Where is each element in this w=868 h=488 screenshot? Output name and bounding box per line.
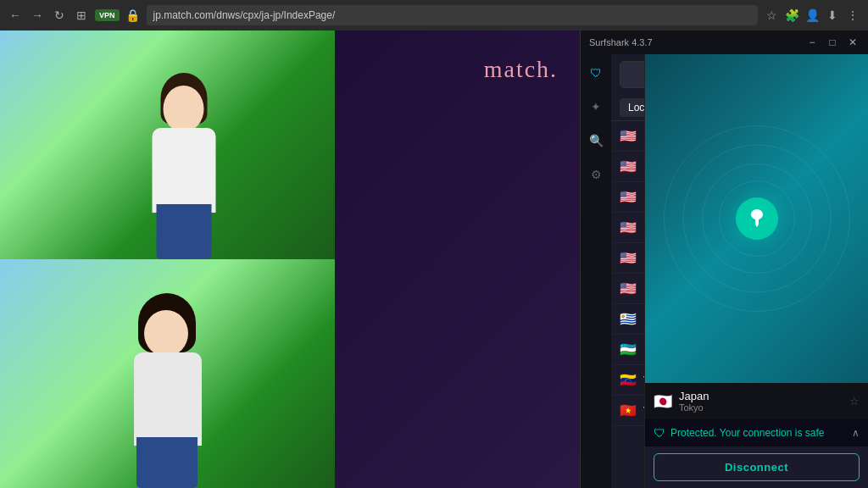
sidebar-sparkle-icon[interactable]: ✦ bbox=[586, 97, 606, 117]
flag-icon: 🇺🇾 bbox=[620, 311, 637, 327]
flag-icon: 🇻🇪 bbox=[620, 372, 637, 388]
nav-forward[interactable]: → bbox=[29, 7, 46, 24]
nav-grid[interactable]: ⊞ bbox=[73, 7, 90, 24]
vpn-right-panel: 🇯🇵 Japan Tokyo ☆ 🛡 Protected. Your conne… bbox=[644, 54, 868, 488]
connected-star-icon[interactable]: ☆ bbox=[849, 395, 860, 408]
sidebar-gear-icon[interactable]: ⚙ bbox=[586, 164, 606, 185]
protection-shield-icon: 🛡 bbox=[654, 426, 665, 440]
vpn-radar-area bbox=[645, 54, 868, 383]
connected-country: Japan bbox=[679, 390, 843, 402]
vpn-minimize-btn[interactable]: − bbox=[805, 36, 819, 49]
vpn-sidebar: 🛡 ✦ 🔍 ⚙ bbox=[581, 54, 611, 488]
url-text: jp.match.com/dnws/cpx/ja-jp/IndexPage/ bbox=[153, 9, 336, 21]
extension-icon[interactable]: 🧩 bbox=[783, 7, 800, 24]
flag-icon: 🇺🇸 bbox=[620, 280, 637, 297]
surfshark-logo bbox=[736, 197, 778, 240]
sidebar-search-icon[interactable]: 🔍 bbox=[586, 130, 606, 151]
flag-icon: 🇺🇸 bbox=[620, 128, 637, 144]
vpn-status-bar: 🛡 Protected. Your connection is safe ∧ bbox=[645, 419, 868, 446]
connected-location: 🇯🇵 Japan Tokyo ☆ bbox=[645, 383, 868, 419]
flag-icon: 🇺🇸 bbox=[620, 158, 637, 175]
flag-icon: 🇺🇸 bbox=[620, 250, 637, 266]
vpn-status-left: 🛡 Protected. Your connection is safe bbox=[654, 426, 824, 440]
sidebar-shield-icon[interactable]: 🛡 bbox=[586, 63, 606, 83]
main-area: match. Surfshark 4.3.7 − □ ✕ 🛡 ✦ 🔍 ⚙ bbox=[0, 30, 868, 488]
photo-grid bbox=[0, 30, 335, 488]
chevron-up-icon[interactable]: ∧ bbox=[852, 427, 860, 439]
flag-icon: 🇺🇸 bbox=[620, 219, 637, 236]
address-bar[interactable]: jp.match.com/dnws/cpx/ja-jp/IndexPage/ bbox=[147, 5, 758, 25]
flag-icon: 🇺🇿 bbox=[620, 341, 637, 358]
lock-icon: 🔒 bbox=[125, 7, 142, 24]
connected-info: Japan Tokyo bbox=[679, 390, 843, 413]
vpn-window-controls: − □ ✕ bbox=[805, 36, 860, 49]
photo-bottom bbox=[0, 259, 335, 488]
browser-actions: ☆ 🧩 👤 ⬇ ⋮ bbox=[763, 7, 861, 24]
connected-city: Tokyo bbox=[679, 402, 843, 413]
match-logo: match. bbox=[484, 56, 558, 83]
download-icon[interactable]: ⬇ bbox=[824, 7, 841, 24]
connected-flag-icon: 🇯🇵 bbox=[654, 392, 672, 411]
photo-top bbox=[0, 30, 335, 259]
vpn-maximize-btn[interactable]: □ bbox=[826, 36, 839, 49]
status-text: Protected. Your connection is safe bbox=[670, 427, 824, 439]
flag-icon: 🇺🇸 bbox=[620, 189, 637, 205]
match-logo-text: match. bbox=[484, 56, 558, 82]
disconnect-button[interactable]: Disconnect bbox=[654, 453, 860, 481]
bookmark-icon[interactable]: ☆ bbox=[763, 7, 780, 24]
vpn-close-btn[interactable]: ✕ bbox=[846, 36, 860, 49]
browser-chrome: ← → ↻ ⊞ VPN 🔒 jp.match.com/dnws/cpx/ja-j… bbox=[0, 0, 868, 30]
vpn-title: Surfshark 4.3.7 bbox=[589, 37, 653, 47]
vpn-titlebar: Surfshark 4.3.7 − □ ✕ bbox=[581, 30, 868, 54]
flag-icon: 🇻🇳 bbox=[620, 402, 637, 419]
profile-icon[interactable]: 👤 bbox=[804, 7, 821, 24]
menu-icon[interactable]: ⋮ bbox=[844, 7, 861, 24]
vpn-badge: VPN bbox=[95, 9, 120, 21]
nav-refresh[interactable]: ↻ bbox=[51, 7, 68, 24]
nav-back[interactable]: ← bbox=[7, 7, 24, 24]
